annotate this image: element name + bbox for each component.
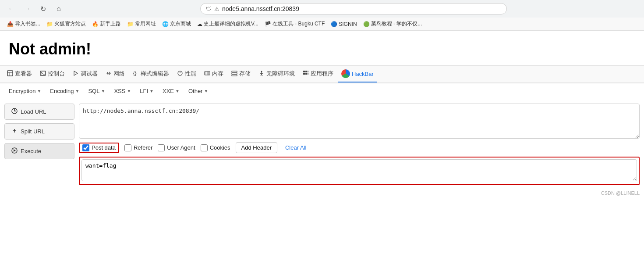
address-bar[interactable]: 🛡 ⚠ node5.anna.nssctf.cn:20839: [200, 3, 507, 14]
load-url-button[interactable]: Load URL: [4, 104, 74, 120]
bookmark-tools[interactable]: 🏴 在线工具 - Bugku CTF: [262, 19, 327, 29]
encryption-label: Encryption: [9, 88, 35, 94]
firefox-icon: 📁: [46, 21, 53, 27]
reload-button[interactable]: ↻: [37, 3, 49, 15]
split-url-label: Split URL: [21, 128, 45, 135]
add-header-label: Add Header: [241, 144, 272, 151]
alert-icon: ⚠: [214, 6, 219, 12]
home-button[interactable]: ⌂: [53, 3, 65, 15]
bookmarks-bar: 📥 导入书签... 📁 火狐官方站点 🔥 新手上路 📁 常用网址 🌐 京东商城 …: [0, 18, 644, 31]
shield-icon: 🛡: [206, 6, 212, 12]
bookmark-import[interactable]: 📥 导入书签...: [4, 19, 43, 29]
hackbar-left: Load URL Split URL Execu: [4, 104, 74, 185]
hackbar-menu: Encryption ▼ Encoding ▼ SQL ▼ XSS ▼ LFI …: [0, 83, 644, 99]
sql-arrow: ▼: [101, 89, 105, 93]
referer-label: Referer: [134, 144, 152, 151]
bookmark-firefox[interactable]: 📁 火狐官方站点: [44, 19, 88, 29]
encryption-arrow: ▼: [37, 89, 41, 93]
execute-label: Execute: [21, 148, 41, 154]
xss-label: XSS: [114, 88, 125, 94]
post-data-checkbox[interactable]: [82, 144, 89, 151]
svg-line-20: [262, 75, 262, 76]
post-data-checkbox-wrap: Post data: [79, 143, 119, 153]
cookies-checkbox[interactable]: [201, 144, 208, 151]
bookmark-signin-label: SIGNIN: [339, 21, 357, 27]
inspector-label: 查看器: [15, 70, 32, 78]
user-agent-checkbox-label[interactable]: User Agent: [158, 144, 195, 151]
devtools-style[interactable]: {} 样式编辑器: [129, 66, 173, 82]
options-row: Post data Referer User Agent Cookies Add…: [79, 142, 640, 153]
newbie-icon: 🔥: [92, 21, 99, 27]
svg-text:{}: {}: [133, 71, 137, 76]
menu-xxe[interactable]: XXE ▼: [159, 86, 183, 96]
browser-toolbar: ← → ↻ ⌂ 🛡 ⚠ node5.anna.nssctf.cn:20839: [0, 0, 644, 18]
hackbar-label: HackBar: [352, 71, 374, 77]
cookies-checkbox-label[interactable]: Cookies: [201, 144, 230, 151]
devtools-a11y[interactable]: 无障碍环境: [255, 66, 298, 82]
bookmark-jd-label: 京东商城: [170, 20, 191, 28]
bookmark-signin[interactable]: 🔵 SIGNIN: [328, 20, 359, 28]
hackbar-icon: [341, 69, 350, 78]
referer-checkbox-label[interactable]: Referer: [124, 144, 152, 151]
menu-encoding[interactable]: Encoding ▼: [46, 86, 83, 96]
split-url-button[interactable]: Split URL: [4, 123, 74, 140]
svg-rect-0: [7, 71, 13, 76]
menu-sql[interactable]: SQL ▼: [85, 86, 109, 96]
devtools-perf[interactable]: 性能: [173, 66, 200, 82]
style-icon: {}: [133, 70, 139, 78]
bookmark-vm[interactable]: ☁ 史上最详细的虚拟机V...: [195, 19, 261, 29]
menu-other[interactable]: Other ▼: [185, 86, 212, 96]
devtools-console[interactable]: 控制台: [36, 66, 68, 82]
devtools-bar: 查看器 控制台 调试器 网络: [0, 65, 644, 83]
style-label: 样式编辑器: [141, 70, 169, 78]
menu-encryption[interactable]: Encryption ▼: [5, 86, 45, 96]
menu-xss[interactable]: XSS ▼: [110, 86, 134, 96]
xxe-arrow: ▼: [175, 89, 180, 93]
bookmark-tools-label: 在线工具 - Bugku CTF: [272, 20, 325, 28]
clear-all-button[interactable]: Clear All: [283, 143, 309, 153]
forward-button[interactable]: →: [21, 3, 33, 15]
import-icon: 📥: [7, 21, 14, 27]
watermark: CSDN @LLINELL: [0, 190, 644, 197]
bookmark-newbie[interactable]: 🔥 新手上路: [89, 19, 124, 29]
cookies-label: Cookies: [210, 144, 230, 151]
clear-all-label: Clear All: [285, 144, 306, 151]
bookmark-common[interactable]: 📁 常用网址: [124, 19, 159, 29]
bookmark-runoob[interactable]: 🟢 菜鸟教程 - 学的不仅...: [361, 19, 425, 29]
devtools-debugger[interactable]: 调试器: [69, 66, 101, 82]
devtools-network[interactable]: 网络: [102, 66, 128, 82]
apps-icon: [303, 70, 309, 78]
console-icon: [40, 70, 46, 78]
xss-arrow: ▼: [127, 89, 131, 93]
lfi-arrow: ▼: [149, 89, 154, 93]
post-data-input[interactable]: [81, 159, 637, 181]
url-display[interactable]: node5.anna.nssctf.cn:20839: [222, 5, 501, 12]
post-data-checkbox-label[interactable]: Post data: [82, 144, 116, 151]
svg-point-16: [261, 71, 262, 72]
browser-chrome: ← → ↻ ⌂ 🛡 ⚠ node5.anna.nssctf.cn:20839 📥…: [0, 0, 644, 31]
devtools-inspector[interactable]: 查看器: [4, 66, 35, 82]
devtools-hackbar[interactable]: HackBar: [338, 66, 377, 82]
signin-icon: 🔵: [331, 21, 337, 27]
url-input[interactable]: [79, 104, 640, 139]
other-arrow: ▼: [204, 89, 208, 93]
bookmark-jd[interactable]: 🌐 京东商城: [159, 19, 194, 29]
referer-checkbox[interactable]: [124, 144, 131, 151]
execute-button[interactable]: Execute: [4, 143, 74, 159]
devtools-apps[interactable]: 应用程序: [299, 66, 337, 82]
load-url-icon: [11, 107, 18, 116]
devtools-memory[interactable]: 内存: [201, 66, 227, 82]
hackbar-body: Load URL Split URL Execu: [0, 99, 644, 190]
menu-lfi[interactable]: LFI ▼: [136, 86, 157, 96]
back-button[interactable]: ←: [5, 3, 18, 15]
perf-label: 性能: [185, 70, 196, 78]
bookmark-firefox-label: 火狐官方站点: [54, 20, 86, 28]
user-agent-checkbox[interactable]: [158, 144, 165, 151]
other-label: Other: [188, 88, 203, 94]
svg-rect-14: [232, 73, 237, 74]
devtools-storage[interactable]: 存储: [228, 66, 254, 82]
encoding-arrow: ▼: [75, 89, 80, 93]
add-header-button[interactable]: Add Header: [236, 142, 277, 153]
svg-marker-31: [14, 149, 16, 152]
runoob-icon: 🟢: [363, 21, 370, 27]
